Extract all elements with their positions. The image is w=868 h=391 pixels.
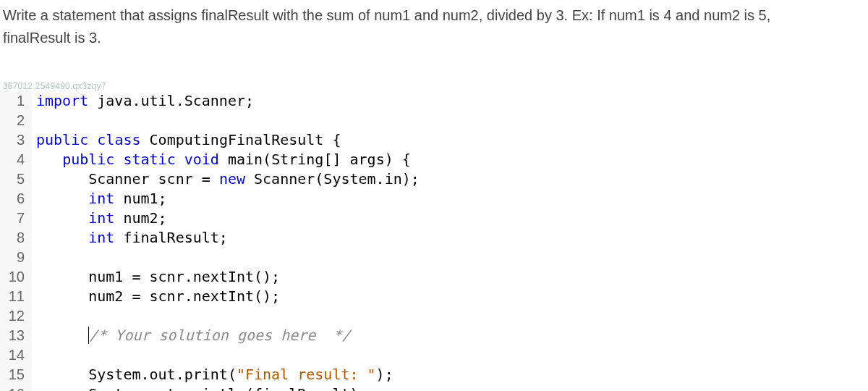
code-line[interactable]: 10 num1 = scnr.nextInt(); <box>0 267 868 287</box>
code-content[interactable]: int finalResult; <box>32 228 228 248</box>
line-number: 6 <box>0 189 32 209</box>
code-content[interactable] <box>32 111 45 130</box>
token-plain: num1; <box>114 190 166 207</box>
token-plain <box>88 131 97 148</box>
token-plain <box>36 327 88 344</box>
token-plain <box>36 229 88 246</box>
question-id: 367012.2549490.qx3zqy7 <box>0 81 868 91</box>
code-content[interactable]: System.out.println(finalResult); <box>32 384 367 391</box>
line-number: 14 <box>0 345 32 365</box>
token-plain: ComputingFinalResult { <box>141 131 341 148</box>
code-line[interactable]: 16 System.out.println(finalResult); <box>0 384 868 391</box>
code-editor[interactable]: 1import java.util.Scanner;2 3public clas… <box>0 91 868 391</box>
token-kw: void <box>184 151 219 168</box>
line-number: 15 <box>0 365 32 384</box>
token-plain <box>114 151 123 168</box>
token-plain: Scanner(System.in); <box>245 170 420 188</box>
line-number: 3 <box>0 130 32 150</box>
line-number: 2 <box>0 111 32 130</box>
token-kw: int <box>88 209 114 227</box>
token-plain: num2; <box>114 209 166 227</box>
code-line[interactable]: 4 public static void main(String[] args)… <box>0 150 868 169</box>
token-plain: main(String[] args) { <box>219 151 411 168</box>
token-plain <box>36 151 62 168</box>
code-content[interactable] <box>32 345 45 365</box>
token-plain: finalResult; <box>114 229 228 246</box>
code-content[interactable]: public static void main(String[] args) { <box>32 150 411 169</box>
line-number: 16 <box>0 384 32 391</box>
line-number: 4 <box>0 150 32 169</box>
token-str: "Final result: " <box>237 366 376 383</box>
line-number: 1 <box>0 91 32 111</box>
line-number: 11 <box>0 287 32 306</box>
token-plain: num2 = scnr.nextInt(); <box>36 287 280 305</box>
prompt-line-1: Write a statement that assigns finalResu… <box>3 7 770 23</box>
code-content[interactable]: System.out.print("Final result: "); <box>32 365 393 384</box>
code-line[interactable]: 1import java.util.Scanner; <box>0 91 868 111</box>
line-number: 7 <box>0 209 32 228</box>
code-line[interactable]: 14 <box>0 345 868 365</box>
code-content[interactable] <box>32 306 45 326</box>
token-plain: java.util.Scanner; <box>88 92 254 109</box>
token-cmt: /* Your solution goes here */ <box>89 327 350 344</box>
token-plain <box>176 151 184 168</box>
code-content[interactable]: num1 = scnr.nextInt(); <box>32 267 280 287</box>
code-line[interactable]: 12 <box>0 306 868 326</box>
code-line[interactable]: 7 int num2; <box>0 209 868 228</box>
code-line[interactable]: 13 /* Your solution goes here */ <box>0 326 868 345</box>
token-plain: ); <box>376 366 393 383</box>
code-line[interactable]: 15 System.out.print("Final result: "); <box>0 365 868 384</box>
token-kw: class <box>97 131 140 148</box>
code-content[interactable] <box>32 248 45 267</box>
line-number: 10 <box>0 267 32 287</box>
token-kw: public <box>36 131 88 148</box>
code-content[interactable]: num2 = scnr.nextInt(); <box>32 287 280 306</box>
line-number: 5 <box>0 169 32 189</box>
token-plain <box>36 209 88 227</box>
code-content[interactable]: import java.util.Scanner; <box>32 91 254 111</box>
prompt-line-2: finalResult is 3. <box>3 30 101 46</box>
line-number: 8 <box>0 228 32 248</box>
token-kw: public <box>62 151 114 168</box>
token-plain <box>36 190 88 207</box>
code-line[interactable]: 5 Scanner scnr = new Scanner(System.in); <box>0 169 868 189</box>
code-content[interactable]: public class ComputingFinalResult { <box>32 130 341 150</box>
code-line[interactable]: 9 <box>0 248 868 267</box>
token-kw: new <box>219 170 245 188</box>
line-number: 13 <box>0 326 32 345</box>
code-content[interactable]: int num2; <box>32 209 167 228</box>
code-line[interactable]: 2 <box>0 111 868 130</box>
code-line[interactable]: 3public class ComputingFinalResult { <box>0 130 868 150</box>
code-content[interactable]: Scanner scnr = new Scanner(System.in); <box>32 169 420 189</box>
token-kw: import <box>36 92 88 109</box>
code-line[interactable]: 11 num2 = scnr.nextInt(); <box>0 287 868 306</box>
line-number: 12 <box>0 306 32 326</box>
code-line[interactable]: 8 int finalResult; <box>0 228 868 248</box>
line-number: 9 <box>0 248 32 267</box>
token-plain: System.out.print( <box>36 366 237 383</box>
code-line[interactable]: 6 int num1; <box>0 189 868 209</box>
token-plain: num1 = scnr.nextInt(); <box>36 268 280 285</box>
token-kw: static <box>123 151 175 168</box>
token-plain: Scanner scnr = <box>36 170 219 188</box>
token-kw: int <box>88 190 114 207</box>
code-content[interactable]: int num1; <box>32 189 167 209</box>
code-content[interactable]: /* Your solution goes here */ <box>32 326 350 345</box>
token-kw: int <box>88 229 114 246</box>
token-plain: System.out.println(finalResult); <box>36 385 367 391</box>
problem-prompt: Write a statement that assigns finalResu… <box>0 0 868 62</box>
